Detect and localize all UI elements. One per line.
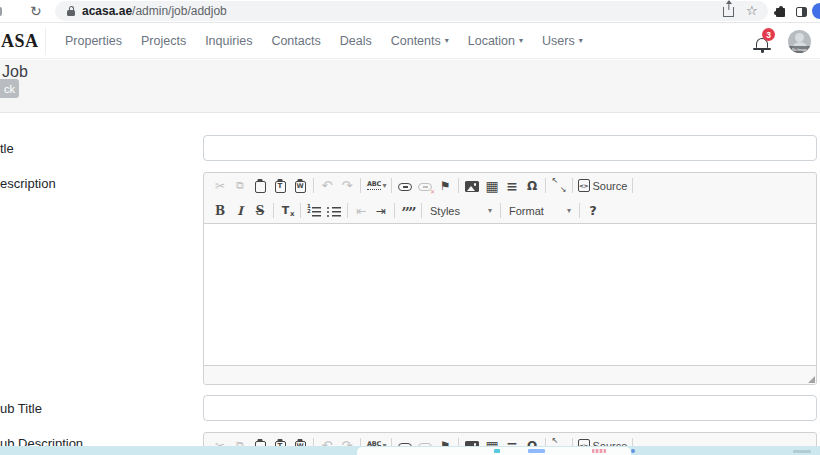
url-path: /admin/job/addjob — [132, 4, 227, 18]
toolbar-hline-button[interactable] — [503, 176, 522, 195]
toolbar-indent-button[interactable] — [372, 201, 391, 220]
toolbar-paste-text-button[interactable] — [271, 176, 290, 195]
nav-item-projects[interactable]: Projects — [141, 34, 186, 48]
chevron-down-icon: ▾ — [579, 37, 583, 45]
toolbar-bold-button[interactable] — [211, 201, 230, 220]
toolbar-separator — [360, 178, 361, 193]
address-bar[interactable]: acasa.ae/admin/job/addjob ☆ — [55, 1, 768, 21]
extensions-puzzle-icon[interactable] — [776, 8, 785, 17]
nav-item-inquiries[interactable]: Inquiries — [205, 34, 252, 48]
desktop-taskbar[interactable] — [0, 446, 820, 455]
bulleted-list-icon — [327, 205, 341, 217]
toolbar-paste-button[interactable] — [251, 176, 270, 195]
toolbar-strike-button[interactable] — [251, 201, 270, 220]
unlink-icon — [418, 183, 432, 191]
toolbar-bulleted-list-button[interactable] — [325, 201, 344, 220]
toolbar-specialchar-button[interactable] — [523, 176, 542, 195]
redo-icon — [340, 178, 355, 193]
toolbar-numbered-list-button[interactable] — [305, 201, 324, 220]
toolbar-spellcheck-button[interactable]: ▾ — [365, 176, 388, 195]
logo-divider — [45, 28, 46, 55]
clipped-toolbar-icon — [0, 7, 2, 16]
nav-item-users[interactable]: Users▾ — [542, 34, 583, 48]
toolbar-blockquote-button[interactable] — [399, 201, 418, 220]
bookmark-star-icon[interactable]: ☆ — [746, 3, 758, 18]
toolbar-image-button[interactable] — [463, 176, 482, 195]
app-navbar: ASA PropertiesProjectsInquiriesContactsD… — [0, 24, 820, 59]
hline-icon — [505, 178, 520, 193]
lock-icon[interactable] — [66, 5, 77, 18]
taskbar-icon — [592, 449, 606, 453]
numbered-list-icon — [307, 205, 321, 217]
url-text: acasa.ae/admin/job/addjob — [82, 1, 227, 21]
share-icon[interactable] — [723, 7, 734, 17]
toolbar-separator — [458, 178, 459, 193]
styles-dropdown-label: Styles — [430, 205, 460, 217]
browser-profile-avatar[interactable] — [812, 3, 820, 19]
table-icon — [485, 178, 500, 193]
paste-text-icon — [275, 181, 286, 193]
toolbar-redo-button — [338, 176, 357, 195]
browser-chrome: ↻ acasa.ae/admin/job/addjob ☆ — [0, 0, 820, 23]
editor-toolbar: ▾Source Styles▾Format▾ — [204, 173, 816, 224]
bell-icon-clapper — [761, 50, 764, 53]
toolbar-separator — [579, 203, 580, 218]
toolbar-separator — [500, 203, 501, 218]
specialchar-icon — [525, 178, 540, 193]
bold-icon — [213, 203, 228, 218]
copy-icon — [233, 178, 248, 193]
user-avatar[interactable]: No Image — [788, 30, 811, 53]
toolbar-separator — [300, 203, 301, 218]
brand-logo[interactable]: ASA — [1, 31, 39, 52]
toolbar-unlink-button — [416, 176, 435, 195]
avatar-no-image-text: No Image — [792, 48, 807, 52]
toolbar-about-button[interactable] — [584, 201, 603, 220]
toolbar-styles-dropdown[interactable]: Styles▾ — [425, 202, 497, 220]
toolbar-paste-word-button[interactable] — [291, 176, 310, 195]
paste-word-icon — [295, 181, 306, 193]
nav-item-location[interactable]: Location▾ — [468, 34, 523, 48]
blockquote-icon — [401, 203, 416, 218]
reload-icon[interactable]: ↻ — [30, 2, 42, 20]
title-label: tle — [0, 141, 14, 156]
chevron-down-icon: ▾ — [383, 182, 387, 190]
editor-status-bar — [204, 366, 816, 384]
toolbar-separator — [391, 178, 392, 193]
taskbar-icon — [494, 449, 500, 453]
resize-handle-icon[interactable] — [808, 376, 815, 383]
anchor-icon — [438, 178, 453, 193]
image-icon — [465, 181, 479, 192]
sub-title-input[interactable] — [203, 395, 817, 421]
nav-item-contacts[interactable]: Contacts — [271, 34, 320, 48]
chevron-down-icon: ▾ — [567, 207, 571, 215]
nav-item-properties[interactable]: Properties — [65, 34, 122, 48]
toolbar-italic-button[interactable] — [231, 201, 250, 220]
nav-item-label: Properties — [65, 34, 122, 48]
toolbar-separator — [545, 178, 546, 193]
nav-item-label: Inquiries — [205, 34, 252, 48]
back-button[interactable]: ck — [0, 79, 19, 98]
nav-item-label: Location — [468, 34, 515, 48]
toolbar-source-button[interactable]: Source — [577, 176, 629, 195]
notifications-button[interactable]: 3 — [752, 33, 778, 55]
undo-icon — [320, 178, 335, 193]
nav-item-deals[interactable]: Deals — [340, 34, 372, 48]
toolbar-table-button[interactable] — [483, 176, 502, 195]
side-panel-icon[interactable] — [796, 7, 807, 17]
toolbar-remove-format-button[interactable] — [278, 201, 297, 220]
title-input[interactable] — [203, 135, 817, 161]
toolbar-format-dropdown[interactable]: Format▾ — [504, 202, 576, 220]
toolbar-anchor-button[interactable] — [436, 176, 455, 195]
toolbar-separator — [313, 178, 314, 193]
nav-menu: PropertiesProjectsInquiriesContactsDeals… — [65, 24, 583, 58]
notification-badge: 3 — [762, 28, 775, 41]
nav-item-contents[interactable]: Contents▾ — [391, 34, 449, 48]
toolbar-maximize-button[interactable] — [550, 176, 569, 195]
cut-icon — [213, 178, 228, 193]
toolbar-link-button[interactable] — [396, 176, 415, 195]
avatar-no-image-band: No Image — [788, 46, 811, 53]
nav-item-label: Deals — [340, 34, 372, 48]
avatar-head-shape — [795, 33, 804, 42]
link-icon — [398, 183, 412, 191]
description-editor-body[interactable] — [204, 224, 816, 366]
